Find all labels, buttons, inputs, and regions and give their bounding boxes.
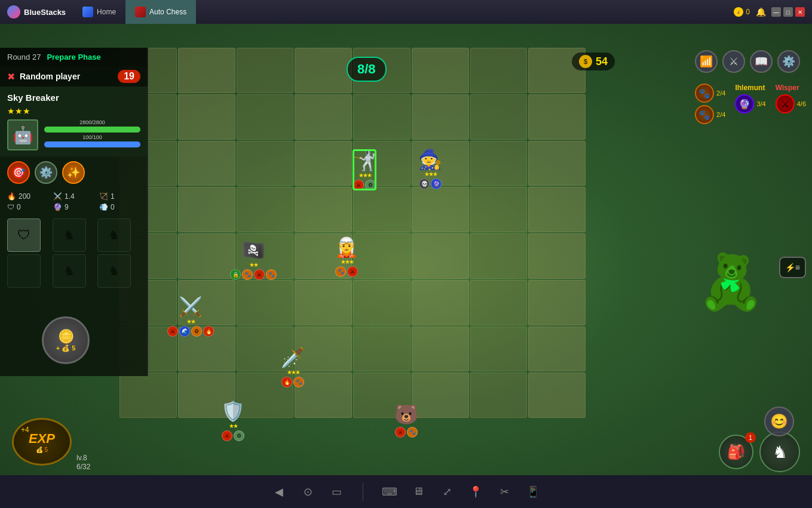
recent-icon[interactable]: ▭ bbox=[328, 484, 345, 500]
chess-piece-2[interactable]: 🧙 ★★★ 💀 🔮 bbox=[418, 148, 442, 189]
board-cell[interactable] bbox=[528, 187, 586, 232]
skill-icon-1[interactable]: 🎯 bbox=[7, 161, 30, 184]
board-cell[interactable] bbox=[470, 280, 528, 325]
skill-icon-3[interactable]: ✨ bbox=[62, 161, 85, 184]
board-cell[interactable] bbox=[353, 327, 410, 372]
chess-piece-6[interactable]: 🗡️ ★★★ 🔥 🐾 bbox=[281, 346, 305, 387]
scissors-icon[interactable]: ✂ bbox=[496, 484, 513, 500]
board-cell[interactable] bbox=[295, 141, 352, 186]
board-cell[interactable] bbox=[412, 233, 469, 279]
chess-piece-8[interactable]: 🐻 ⚔ 🐾 bbox=[394, 403, 418, 438]
board-cell[interactable] bbox=[412, 187, 469, 232]
exp-button[interactable]: +4 EXP 💰 5 bbox=[12, 418, 72, 466]
chess-piece-7[interactable]: 🛡️ ★★ ⚔ ⚙ bbox=[221, 400, 245, 441]
gold-button[interactable]: 🪙 + 💰 5 bbox=[42, 316, 90, 364]
window-controls: — □ ✕ bbox=[771, 7, 805, 17]
location-icon[interactable]: 📍 bbox=[467, 484, 484, 500]
expand-icon[interactable]: ⤢ bbox=[439, 484, 455, 500]
sword-x-icon[interactable]: ⚔ bbox=[722, 50, 745, 73]
inv-slot-2[interactable]: ♞ bbox=[53, 218, 86, 252]
board-cell[interactable] bbox=[353, 233, 410, 279]
board-cell[interactable] bbox=[528, 372, 586, 418]
board-cell[interactable] bbox=[237, 280, 294, 325]
board-cell[interactable] bbox=[295, 187, 352, 232]
war-syn-icon[interactable]: ⚔ bbox=[776, 94, 795, 113]
board-cell[interactable] bbox=[295, 48, 352, 93]
gold-btn-label: + 💰 5 bbox=[56, 344, 76, 352]
board-cell[interactable] bbox=[237, 141, 294, 186]
board-cell[interactable] bbox=[528, 233, 586, 279]
board-cell[interactable] bbox=[470, 141, 528, 186]
board-cell[interactable] bbox=[470, 187, 528, 232]
board-cell[interactable] bbox=[470, 327, 528, 372]
board-cell[interactable] bbox=[528, 94, 586, 140]
smiley-button[interactable]: 😊 bbox=[764, 407, 794, 436]
board-cell[interactable] bbox=[178, 187, 235, 232]
round-info: Round 27 Prepare Phase bbox=[0, 48, 148, 66]
board-cell[interactable] bbox=[528, 280, 586, 325]
piece-avatar: 🗡️ bbox=[281, 346, 305, 369]
chess-piece-4[interactable]: 🧝 ★★★ 🐾 ⚔ bbox=[335, 236, 358, 277]
home-tab[interactable]: Home bbox=[73, 0, 125, 24]
board-cell[interactable] bbox=[412, 48, 469, 93]
chess-board[interactable] bbox=[119, 48, 586, 418]
combat-stats: 🔥 200 ⚔️ 1.4 🏹 1 🛡 0 🔮 9 💨 0 bbox=[0, 189, 148, 215]
maximize-button[interactable]: □ bbox=[783, 7, 793, 17]
board-cell[interactable] bbox=[528, 141, 586, 186]
board-cell[interactable] bbox=[237, 94, 294, 140]
game-tab[interactable]: Auto Chess bbox=[125, 0, 196, 24]
player-ihlemunt: Ihlemunt bbox=[735, 84, 765, 92]
board-cell[interactable] bbox=[528, 327, 586, 372]
beast-syn-icon[interactable]: 🐾 bbox=[695, 84, 714, 103]
board-cell[interactable] bbox=[353, 187, 410, 232]
beast-syn-icon2[interactable]: 🐾 bbox=[695, 105, 714, 124]
chess-piece-1[interactable]: 🤺 ★★★ ⚔ ⚙ bbox=[353, 149, 376, 190]
board-cell[interactable] bbox=[237, 187, 294, 232]
board-cell[interactable] bbox=[178, 141, 235, 186]
notification-icon[interactable]: 🔔 bbox=[755, 6, 767, 18]
phone-icon[interactable]: 📱 bbox=[525, 484, 541, 500]
character-avatar: 🤖 bbox=[7, 119, 38, 150]
keyboard-icon[interactable]: ⌨ bbox=[381, 484, 398, 500]
settings-icon[interactable]: ⚙️ bbox=[777, 50, 800, 73]
board-cell[interactable] bbox=[178, 233, 235, 279]
close-button[interactable]: ✕ bbox=[795, 7, 805, 17]
signal-icon[interactable]: 📶 bbox=[695, 50, 718, 73]
piece-tag-r: ⚔ bbox=[222, 430, 232, 441]
board-cell[interactable] bbox=[470, 233, 528, 279]
inv-slot-6[interactable]: ♞ bbox=[97, 254, 131, 288]
chess-piece-5[interactable]: ⚔️ ★★ ⚔ 🌊 ⚙ 🔥 bbox=[167, 295, 214, 337]
home-icon[interactable]: ⊙ bbox=[299, 484, 316, 500]
inv-slot-1[interactable]: 🛡 bbox=[7, 218, 41, 252]
board-cell[interactable] bbox=[295, 94, 352, 140]
board-cell[interactable] bbox=[470, 372, 528, 418]
chess-add-button[interactable]: ♞ bbox=[759, 432, 800, 472]
board-cell[interactable] bbox=[178, 48, 235, 93]
screen-icon[interactable]: 🖥 bbox=[410, 484, 427, 500]
board-cell[interactable] bbox=[470, 48, 528, 93]
back-icon[interactable]: ◀ bbox=[271, 484, 287, 500]
inv-slot-4[interactable] bbox=[7, 254, 41, 288]
board-cell[interactable] bbox=[178, 94, 235, 140]
piece-icons: ⚔ ⚙ bbox=[353, 180, 376, 190]
minimize-button[interactable]: — bbox=[771, 7, 781, 17]
mage-syn-icon[interactable]: 🔮 bbox=[735, 94, 754, 113]
board-cell[interactable] bbox=[412, 94, 469, 140]
board-cell[interactable] bbox=[412, 372, 469, 418]
board-cell[interactable] bbox=[353, 94, 410, 140]
inv-slot-5[interactable]: ♞ bbox=[53, 254, 86, 288]
right-panel-btn[interactable]: ⚡≡ bbox=[779, 257, 806, 278]
piece-stars: ★★★ bbox=[341, 258, 353, 265]
board-cell[interactable] bbox=[295, 280, 352, 325]
chess-piece-3[interactable]: 🏴‍☠️ ★★ 🔒 🐾 ⚔ 🐾 bbox=[230, 239, 277, 280]
book-icon[interactable]: 📖 bbox=[750, 50, 773, 73]
board-cell[interactable] bbox=[412, 280, 469, 325]
board-cell[interactable] bbox=[412, 327, 469, 372]
board-cell[interactable] bbox=[237, 48, 294, 93]
skill-icon-2[interactable]: ⚙️ bbox=[35, 161, 57, 184]
board-cell[interactable] bbox=[353, 280, 410, 325]
piece-icons: 🔒 🐾 ⚔ 🐾 bbox=[230, 269, 277, 280]
board-cell[interactable] bbox=[119, 372, 177, 418]
board-cell[interactable] bbox=[470, 94, 528, 140]
inv-slot-3[interactable]: ♞ bbox=[97, 218, 131, 252]
